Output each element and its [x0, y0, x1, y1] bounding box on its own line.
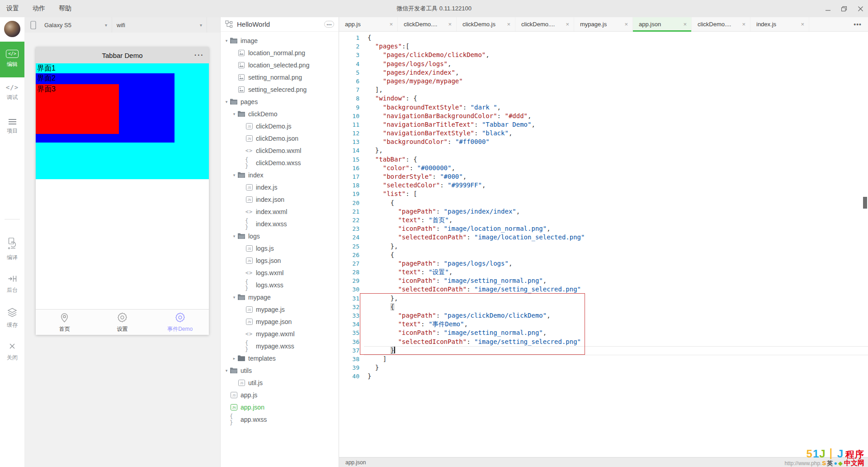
tree-row[interactable]: JSclickDemo.js: [221, 120, 339, 132]
code-line[interactable]: "pages/clickDemo/clickDemo",: [339, 51, 868, 59]
editor-tab[interactable]: clickDemo.js×: [457, 17, 515, 31]
tree-row[interactable]: JNindex.json: [221, 193, 339, 205]
editor-tab[interactable]: clickDemo....×: [692, 17, 750, 31]
caret-down-icon[interactable]: ▾: [223, 368, 230, 373]
caret-down-icon[interactable]: ▾: [231, 112, 237, 116]
phone-tab-设置[interactable]: 设置: [94, 310, 151, 335]
tab-close-icon[interactable]: ×: [800, 21, 805, 28]
code-line[interactable]: "borderStyle": "#000",: [339, 172, 868, 181]
app-view-2[interactable]: 界面2 界面3: [36, 73, 175, 143]
tab-close-icon[interactable]: ×: [506, 21, 511, 28]
code-line[interactable]: },: [339, 242, 868, 251]
tree-row[interactable]: JNapp.json: [221, 401, 339, 413]
tab-close-icon[interactable]: ×: [447, 21, 453, 28]
tab-close-icon[interactable]: ×: [741, 21, 746, 28]
tree-row[interactable]: JSutil.js: [221, 376, 339, 389]
project-more-button[interactable]: •••: [324, 21, 334, 28]
tabs-more-button[interactable]: •••: [854, 17, 862, 32]
sidebar-item-background[interactable]: 后台: [0, 269, 24, 301]
caret-down-icon[interactable]: ▾: [223, 38, 230, 43]
code-line[interactable]: "pages/logs/logs",: [339, 60, 868, 68]
code-line[interactable]: {: [339, 303, 868, 311]
code-line[interactable]: "selectedIconPath": "image/setting_selec…: [339, 285, 868, 294]
tree-row[interactable]: <>index.wxml: [221, 205, 339, 218]
phone-tab-首页[interactable]: 首页: [36, 310, 94, 335]
code-line[interactable]: "text": "首页",: [339, 216, 868, 224]
code-line[interactable]: "navigationBarTitleText": "Tabbar Demo",: [339, 120, 868, 129]
tree-row[interactable]: JSindex.js: [221, 181, 339, 193]
code-line[interactable]: "navigationBarBackgroundColor": "#ddd",: [339, 112, 868, 120]
tree-row[interactable]: location_selected.png: [221, 59, 339, 71]
code-line[interactable]: "selectedIconPath": "image/setting_selec…: [339, 338, 868, 346]
code-line[interactable]: "text": "设置",: [339, 268, 868, 276]
tree-row[interactable]: { }mypage.wxss: [221, 340, 339, 352]
code-line[interactable]: "window": {: [339, 94, 868, 103]
menu-item-0[interactable]: 设置: [6, 5, 19, 13]
tree-row[interactable]: ▾clickDemo: [221, 108, 339, 120]
code-line[interactable]: {: [339, 251, 868, 259]
code-line[interactable]: "backgroundTextStyle": "dark ",: [339, 103, 868, 112]
sidebar-item-menu[interactable]: 项目: [0, 109, 24, 142]
code-line[interactable]: "selectedColor": "#9999FF",: [339, 181, 868, 190]
device-select[interactable]: Galaxy S5 ▾: [40, 17, 112, 33]
code-line[interactable]: "pages":[: [339, 42, 868, 51]
tree-row[interactable]: { }logs.wxss: [221, 279, 339, 291]
tree-row[interactable]: JNmypage.json: [221, 315, 339, 328]
caret-down-icon[interactable]: ▾: [231, 295, 237, 300]
editor-tab[interactable]: index.js×: [750, 17, 809, 31]
tree-row[interactable]: location_normal.png: [221, 47, 339, 59]
tree-row[interactable]: JSlogs.js: [221, 242, 339, 254]
caret-down-icon[interactable]: ▾: [231, 234, 237, 238]
code-line[interactable]: "iconPath": "image/setting_normal.png",: [339, 329, 868, 337]
tree-row[interactable]: setting_selecred.png: [221, 83, 339, 95]
code-line[interactable]: "navigationBarTextStyle": "black",: [339, 129, 868, 138]
editor-tab[interactable]: clickDemo....×: [398, 17, 457, 31]
tree-row[interactable]: <>mypage.wxml: [221, 328, 339, 340]
code-line[interactable]: "backgroundColor": "#ff0000": [339, 138, 868, 146]
tab-close-icon[interactable]: ×: [623, 21, 629, 28]
tree-row[interactable]: ▾image: [221, 34, 339, 47]
code-line[interactable]: "tabBar": {: [339, 155, 868, 164]
code-line[interactable]: },: [339, 294, 868, 303]
app-view-3[interactable]: 界面3: [36, 84, 119, 134]
code-line[interactable]: "pages/mypage/mypage": [339, 77, 868, 86]
sidebar-item-code-box[interactable]: </>编辑: [0, 42, 24, 77]
code-line[interactable]: "iconPath": "image/location_normal.png",: [339, 224, 868, 233]
editor-tab[interactable]: mypage.js×: [574, 17, 633, 31]
code-line[interactable]: {: [339, 199, 868, 207]
code-line[interactable]: }: [339, 346, 868, 355]
tab-close-icon[interactable]: ×: [565, 21, 570, 28]
sidebar-item-code[interactable]: </>调试: [0, 77, 24, 109]
menu-item-1[interactable]: 动作: [33, 5, 45, 13]
editor-tab[interactable]: app.json×: [633, 17, 692, 31]
sidebar-item-compile[interactable]: 编译: [0, 231, 24, 269]
editor-tab[interactable]: clickDemo....×: [515, 17, 574, 31]
restore-icon[interactable]: [841, 5, 847, 12]
code-line[interactable]: ]: [339, 355, 868, 363]
tree-row[interactable]: JSapp.js: [221, 389, 339, 401]
app-view-1[interactable]: 界面1 界面2 界面3: [36, 63, 209, 179]
tab-close-icon[interactable]: ×: [682, 21, 688, 28]
code-line[interactable]: },: [339, 146, 868, 155]
tree-row[interactable]: ▸templates: [221, 352, 339, 364]
code-line[interactable]: ],: [339, 86, 868, 94]
close-window-icon[interactable]: [857, 5, 863, 12]
tree-row[interactable]: { }index.wxss: [221, 218, 339, 230]
avatar[interactable]: [4, 21, 20, 37]
tree-row[interactable]: <>clickDemo.wxml: [221, 144, 339, 157]
caret-down-icon[interactable]: ▾: [231, 173, 237, 177]
minimize-icon[interactable]: [825, 5, 831, 12]
menu-item-2[interactable]: 帮助: [59, 5, 71, 13]
sidebar-item-cache[interactable]: 缓存: [0, 301, 24, 336]
tree-row[interactable]: <>logs.wxml: [221, 267, 339, 279]
tree-row[interactable]: ▾index: [221, 169, 339, 181]
tree-row[interactable]: { }app.wxss: [221, 413, 339, 425]
tree-row[interactable]: JNlogs.json: [221, 254, 339, 267]
network-select[interactable]: wifi ▾: [112, 17, 207, 33]
code-line[interactable]: "list": [: [339, 190, 868, 198]
phone-menu-dots[interactable]: •••: [195, 47, 204, 63]
code-line[interactable]: "pagePath": "pages/logs/logs",: [339, 259, 868, 268]
tree-row[interactable]: { }clickDemo.wxss: [221, 157, 339, 169]
code-line[interactable]: }: [339, 372, 868, 381]
tree-row[interactable]: ▾pages: [221, 95, 339, 108]
